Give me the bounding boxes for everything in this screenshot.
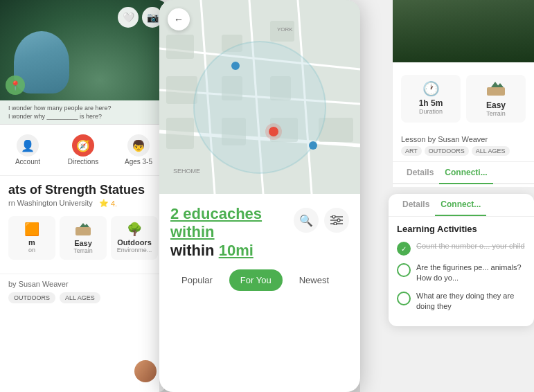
- distance-highlight: 10mi: [219, 242, 253, 259]
- activity-text-1: Count the number o... your child: [416, 241, 525, 251]
- activity-item-2: Are the figurines pe... animals? How do …: [397, 262, 526, 284]
- location-pin-icon: 📍: [6, 75, 25, 95]
- learning-title: Learning Activities: [397, 224, 526, 234]
- stat-box-env: 🌳 Outdoors Environme...: [111, 216, 158, 260]
- stat-env-label: Environme...: [117, 247, 152, 253]
- activity-text-3: What are they doing they are doing they: [416, 291, 526, 312]
- nav-directions-label: Directions: [68, 158, 98, 166]
- right-tab-connect[interactable]: Connecti...: [439, 162, 492, 184]
- nav-account-label: Account: [15, 158, 40, 166]
- tag-outdoors: OUTDOORS: [8, 292, 55, 303]
- svg-point-20: [194, 42, 326, 173]
- text-preview-2: I wonder why _________ is here?: [8, 113, 158, 120]
- stat-box-terrain: Easy Terrain: [60, 216, 107, 260]
- stat-env-value: Outdoors: [117, 238, 152, 247]
- left-nav: 👤 Account 🧭 Directions 👦 Ages 3-5: [0, 125, 166, 176]
- nav-item-account[interactable]: 👤 Account: [0, 130, 55, 170]
- tab-popular[interactable]: Popular: [170, 269, 224, 291]
- ages-icon: 👦: [127, 134, 150, 157]
- center-content: 2 educaches within within 10mi 🔍 Popular…: [159, 194, 360, 302]
- terrain-stat-icon: [487, 80, 505, 99]
- search-title: 2 educaches within within 10mi: [170, 205, 294, 260]
- duration-icon: 🟧: [24, 222, 39, 237]
- tag-ages: ALL AGES: [60, 292, 100, 303]
- stat-duration-label: on: [28, 247, 35, 253]
- lower-tab-connect[interactable]: Connect...: [435, 194, 486, 216]
- action-buttons: 🔍: [294, 208, 349, 233]
- svg-point-32: [334, 222, 337, 225]
- right-stat-duration: 🕐 1h 5m Duration: [401, 75, 461, 123]
- back-arrow-icon: ←: [174, 14, 184, 25]
- svg-rect-13: [166, 76, 197, 104]
- right-stats: 🕐 1h 5m Duration Easy Terrain: [401, 75, 526, 123]
- terrain-icon: [75, 222, 91, 238]
- stat-terrain-value: Easy: [74, 239, 92, 247]
- svg-point-30: [332, 215, 335, 218]
- right-lower-card: Details Connect... Learning Activities ✓…: [389, 194, 534, 326]
- svg-rect-10: [166, 35, 194, 59]
- tab-bar: Popular For You Newest: [170, 269, 349, 291]
- svg-text:SEHOME: SEHOME: [173, 168, 200, 175]
- place-subtitle: rn Washington University ⭐ 4.: [8, 199, 158, 213]
- back-button[interactable]: ←: [168, 8, 190, 30]
- tab-for-you[interactable]: For You: [229, 269, 283, 291]
- svg-rect-0: [75, 227, 91, 235]
- nav-item-directions[interactable]: 🧭 Directions: [55, 130, 111, 170]
- right-tabs: Details Connecti...: [393, 162, 534, 184]
- activity-item-3: What are they doing they are doing they: [397, 291, 526, 312]
- tab-newest[interactable]: Newest: [288, 269, 340, 291]
- stat-box-duration: 🟧 m on: [8, 216, 55, 260]
- place-title: ats of Strength Statues: [8, 183, 158, 197]
- filter-button[interactable]: [324, 208, 349, 233]
- left-stats: 🟧 m on Easy Terrain 🌳 Outdoors Environme…: [8, 216, 158, 260]
- svg-point-25: [265, 123, 282, 140]
- nav-item-ages[interactable]: 👦 Ages 3-5: [111, 130, 166, 170]
- svg-point-23: [231, 62, 240, 70]
- activity-text-2: Are the figurines pe... animals? How do …: [416, 262, 526, 284]
- text-preview-1: I wonder how many people are here?: [8, 105, 158, 112]
- environment-icon: 🌳: [127, 222, 142, 237]
- left-hero-image: 🤍 📷 📍: [0, 0, 166, 100]
- left-bottom: by Susan Weaver OUTDOORS ALL AGES: [0, 274, 166, 316]
- tag-all-ages-r: ALL AGES: [472, 146, 510, 156]
- svg-rect-16: [166, 118, 194, 149]
- stat-duration-value: m: [28, 238, 35, 247]
- lower-tabs: Details Connect...: [389, 194, 534, 217]
- svg-rect-33: [487, 87, 505, 96]
- terrain-value: Easy: [486, 100, 506, 110]
- right-lesson-info: Lesson by Susan Weaver ART OUTDOORS ALL …: [393, 130, 534, 162]
- map-area[interactable]: SEHOME YORK ←: [159, 0, 360, 194]
- right-tab-details[interactable]: Details: [401, 162, 439, 183]
- rating-stars: ⭐ 4.: [99, 199, 117, 208]
- stat-terrain-label: Terrain: [73, 247, 93, 254]
- nav-ages-label: Ages 3-5: [125, 158, 152, 166]
- svg-point-31: [337, 219, 340, 222]
- activity-item-1: ✓ Count the number o... your child: [397, 241, 526, 256]
- svg-text:YORK: YORK: [277, 26, 293, 33]
- left-content: ats of Strength Statues rn Washington Un…: [0, 176, 166, 274]
- activity-check-1: ✓: [397, 242, 411, 256]
- tag-art: ART: [401, 146, 422, 156]
- search-button[interactable]: 🔍: [294, 208, 319, 233]
- right-stats-area: 🕐 1h 5m Duration Easy Terrain: [393, 62, 534, 130]
- checkmark-icon: ✓: [401, 245, 407, 253]
- directions-icon: 🧭: [72, 134, 94, 157]
- lower-tab-details[interactable]: Details: [397, 194, 435, 216]
- activity-circle-3: [397, 292, 411, 305]
- right-top-panel: 🕐 1h 5m Duration Easy Terrain Lesson by …: [392, 0, 534, 187]
- svg-point-26: [309, 141, 317, 150]
- left-tags: OUTDOORS ALL AGES: [8, 292, 158, 303]
- author-label: by Susan Weaver: [8, 280, 158, 288]
- right-stat-terrain: Easy Terrain: [466, 75, 526, 123]
- center-panel: SEHOME YORK ← 2 educaches within within …: [159, 0, 360, 392]
- activity-circle-2: [397, 263, 411, 277]
- lower-content: Learning Activities ✓ Count the number o…: [389, 217, 534, 326]
- tag-outdoors-r: OUTDOORS: [425, 146, 469, 156]
- favorite-button[interactable]: 🤍: [118, 7, 139, 28]
- duration-label: Duration: [419, 108, 443, 115]
- lesson-author: Lesson by Susan Weaver: [401, 135, 526, 143]
- left-panel: 🤍 📷 📍 I wonder how many people are here?…: [0, 0, 166, 392]
- duration-value: 1h 5m: [419, 98, 443, 108]
- right-tags: ART OUTDOORS ALL AGES: [401, 146, 526, 156]
- account-icon: 👤: [17, 134, 39, 157]
